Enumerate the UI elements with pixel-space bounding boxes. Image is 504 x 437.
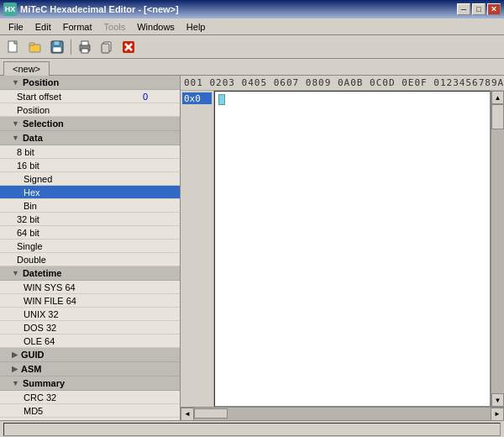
data-hex-row[interactable]: Hex [0,186,180,199]
start-offset-value: 0 [143,92,176,102]
svg-rect-6 [54,41,60,45]
data-32bit-label: 32 bit [17,214,176,224]
hscroll-track[interactable] [194,408,491,421]
data-8bit-label: 8 bit [17,147,176,157]
data-64bit-label: 64 bit [17,228,176,238]
position-row: Position [0,103,180,117]
hex-editor-panel: 001 0203 0405 0607 0809 0A0B 0C0D 0E0F 0… [181,76,504,420]
scroll-left-button[interactable]: ◄ [181,408,194,421]
datetime-ole64-row: OLE 64 [0,334,180,348]
toolbar [0,35,504,59]
data-signed-label: Signed [24,174,176,184]
left-panel: ▼ Position Start offset 0 Position ▼ Sel… [0,76,181,420]
menu-format[interactable]: Format [58,20,97,34]
guid-expand-icon: ▶ [12,350,18,359]
data-16bit-label: 16 bit [17,161,176,171]
title-bar-controls[interactable]: ─ □ ✕ [457,3,501,15]
datetime-group-label: Datetime [23,268,61,278]
data-single-label: Single [17,241,176,251]
scroll-down-button[interactable]: ▼ [491,393,504,407]
datetime-dos32-label: DOS 32 [24,323,176,333]
save-button[interactable] [47,38,67,56]
summary-group-label: Summary [23,378,65,388]
datetime-expand-icon: ▼ [12,269,19,277]
menu-file[interactable]: File [3,20,29,34]
data-group-header[interactable]: ▼ Data [0,131,180,145]
title-bar-left: HX MiTeC Hexadecimal Editor - [<new>] [3,3,179,16]
data-bin-label: Bin [24,201,176,211]
copy-button[interactable] [97,38,117,56]
print-icon [78,40,92,54]
data-signed-row: Signed [0,172,180,186]
summary-crc32-label: CRC 32 [24,392,176,403]
hex-offset-column: 0x0 [181,91,214,407]
summary-expand-icon: ▼ [12,379,19,387]
document-tab[interactable]: <new> [3,61,50,76]
maximize-button[interactable]: □ [472,3,486,15]
datetime-dos32-row: DOS 32 [0,321,180,334]
svg-rect-7 [53,47,61,52]
start-offset-row: Start offset 0 [0,90,180,103]
scroll-thumb[interactable] [491,104,504,129]
data-single-row: Single [0,240,180,253]
app-icon: HX [3,3,17,16]
status-panel-left [3,423,501,436]
scroll-track[interactable] [491,104,504,393]
datetime-winfile64-label: WIN FILE 64 [24,296,176,306]
data-group-label: Data [23,133,43,143]
main-area: ▼ Position Start offset 0 Position ▼ Sel… [0,76,504,420]
title-bar: HX MiTeC Hexadecimal Editor - [<new>] ─ … [0,0,504,18]
summary-crc32-row: CRC 32 [0,391,180,404]
datetime-ole64-label: OLE 64 [24,336,176,346]
scroll-up-button[interactable]: ▲ [491,91,504,104]
data-hex-label: Hex [24,187,176,197]
data-32bit-row: 32 bit [0,213,180,226]
status-bar [0,420,504,437]
hex-offset-0x0[interactable]: 0x0 [182,92,212,104]
datetime-winsys64-label: WIN SYS 64 [24,282,176,292]
hscroll-thumb[interactable] [194,408,228,419]
guid-group-label: GUID [21,350,45,360]
datetime-unix32-row: UNIX 32 [0,308,180,321]
close-file-button[interactable] [118,38,139,56]
menu-help[interactable]: Help [181,20,211,34]
hex-data-area[interactable] [214,91,491,407]
position-expand-icon: ▼ [12,78,19,87]
selection-group-header[interactable]: ▼ Selection [0,117,180,131]
data-double-row: Double [0,253,180,266]
data-64bit-row: 64 bit [0,226,180,240]
guid-group-header[interactable]: ▶ GUID [0,348,180,362]
start-offset-label: Start offset [17,92,143,102]
menu-edit[interactable]: Edit [30,20,56,34]
asm-group-label: ASM [21,364,41,374]
summary-group-header[interactable]: ▼ Summary [0,376,180,391]
scroll-right-button[interactable]: ► [491,408,504,421]
position-label: Position [17,105,143,115]
print-button[interactable] [75,38,95,56]
summary-md5-row: MD5 [0,404,180,418]
asm-group-header[interactable]: ▶ ASM [0,362,180,376]
position-group-header[interactable]: ▼ Position [0,76,180,90]
data-expand-icon: ▼ [12,134,19,142]
svg-rect-10 [81,49,88,53]
datetime-unix32-label: UNIX 32 [24,309,176,319]
hex-cursor [218,94,225,105]
svg-rect-4 [29,43,34,45]
new-button[interactable] [3,38,24,56]
title-bar-text: MiTeC Hexadecimal Editor - [<new>] [20,4,179,14]
separator-1 [71,39,71,55]
open-button[interactable] [25,38,45,56]
menu-tools: Tools [99,20,131,34]
minimize-button[interactable]: ─ [457,3,470,15]
hex-header: 001 0203 0405 0607 0809 0A0B 0C0D 0E0F 0… [181,76,504,91]
save-icon [50,40,64,54]
summary-md5-label: MD5 [24,406,176,416]
selection-expand-icon: ▼ [12,119,19,128]
datetime-group-header[interactable]: ▼ Datetime [0,266,180,281]
menu-windows[interactable]: Windows [132,20,180,34]
copy-icon [100,40,113,54]
close-button[interactable]: ✕ [487,3,501,15]
asm-expand-icon: ▶ [12,365,18,373]
hex-hscroll: ◄ ► [181,407,504,420]
data-double-label: Double [17,255,176,265]
